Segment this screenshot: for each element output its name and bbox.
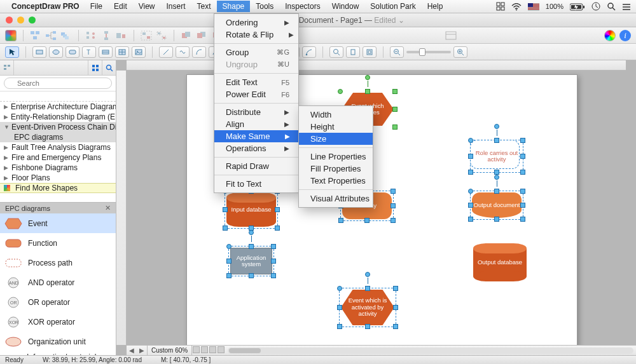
menu-help[interactable]: Help — [422, 1, 449, 12]
tool-image[interactable] — [132, 46, 146, 58]
spotlight-icon[interactable] — [496, 2, 505, 11]
find-more-shapes[interactable]: Find More Shapes — [0, 183, 116, 193]
tool-line[interactable] — [159, 46, 173, 58]
search-menu-icon[interactable] — [607, 2, 616, 11]
title-dropdown-icon[interactable]: ⌄ — [398, 16, 404, 25]
menu-text[interactable]: Text — [191, 1, 217, 12]
mi-size[interactable]: Size — [299, 133, 373, 145]
mi-distribute[interactable]: Distribute▶ — [214, 106, 298, 118]
tb-align-icon[interactable] — [85, 30, 97, 41]
tree-item[interactable]: ▶Fire and Emergency Plans — [0, 152, 116, 163]
tb-ungroup-icon[interactable] — [156, 30, 167, 41]
scroll-right-icon[interactable]: ▶ — [137, 347, 147, 354]
tool-pointer[interactable] — [5, 46, 19, 58]
mi-ordering[interactable]: Ordering▶ — [214, 17, 298, 29]
shape-input-db[interactable]: Input database — [226, 192, 276, 227]
close-window-button[interactable] — [6, 17, 13, 24]
tree-item[interactable]: ▶Floor Plans — [0, 173, 116, 183]
mi-height[interactable]: Height — [299, 121, 373, 133]
menu-edit[interactable]: Edit — [108, 1, 133, 12]
mi-edit-text[interactable]: Edit TextF5 — [214, 76, 298, 88]
panel-search-icon[interactable] — [102, 60, 116, 75]
zoom-in[interactable] — [453, 46, 467, 58]
shape-output-db[interactable]: Output database — [473, 243, 527, 281]
shape-item-event[interactable]: Event — [0, 213, 116, 233]
tree-item[interactable]: ▶Enterprise Architecture Diagrams — [0, 102, 116, 112]
clock-icon[interactable] — [591, 2, 600, 11]
shape-output-doc[interactable]: Output document — [472, 192, 522, 218]
tool-roundrect[interactable] — [66, 46, 80, 58]
tree-item[interactable]: ▼Event-Driven Process Chain Diagrams — [0, 122, 116, 132]
tb-copies-icon[interactable] — [60, 30, 72, 41]
tb-distribute-icon[interactable] — [100, 30, 112, 41]
mi-fill-props[interactable]: Fill Properties — [299, 163, 373, 175]
shape-item-or[interactable]: OR OR operator — [0, 292, 116, 312]
tool-text[interactable]: T — [82, 46, 96, 58]
shape-item-orgunit[interactable]: Organization unit — [0, 332, 116, 351]
panel-grid-view-icon[interactable] — [88, 60, 102, 75]
menu-file[interactable]: File — [85, 1, 108, 12]
tb-tree-icon[interactable] — [45, 30, 57, 41]
shape-item-info[interactable]: Information/ material object — [0, 351, 116, 355]
shape-item-function[interactable]: Function — [0, 233, 116, 253]
hscroll-track[interactable] — [228, 347, 633, 354]
mi-rotateflip[interactable]: Rotate & Flip▶ — [214, 29, 298, 41]
scroll-left-icon[interactable]: ◀ — [127, 347, 137, 354]
tree-item[interactable]: ▶Entity-Relationship Diagram (ERD) — [0, 112, 116, 122]
shape-role[interactable]: Role carries out activity — [472, 142, 522, 171]
mi-align[interactable]: Align▶ — [214, 118, 298, 130]
tb-size-icon[interactable] — [116, 30, 127, 41]
tool-connector-curve[interactable] — [302, 46, 316, 58]
hscroll-thumb[interactable] — [229, 348, 261, 353]
mi-visual-attrs[interactable]: Visual Attributes — [299, 192, 373, 205]
wifi-icon[interactable] — [511, 2, 522, 10]
flag-icon[interactable] — [528, 2, 539, 10]
mi-group[interactable]: Group⌘G — [214, 46, 298, 58]
tb-front-icon[interactable] — [181, 30, 192, 41]
tool-ellipse[interactable] — [49, 46, 63, 58]
tool-block[interactable] — [99, 46, 113, 58]
mi-make-same[interactable]: Make Same▶ — [214, 130, 298, 142]
tb-group-icon[interactable] — [141, 30, 152, 41]
library-header[interactable]: EPC diagrams✕ — [0, 203, 116, 213]
mi-text-props[interactable]: Text Properties — [299, 175, 373, 187]
zoom-page[interactable] — [346, 46, 360, 58]
menu-view[interactable]: View — [133, 1, 161, 12]
tool-table[interactable] — [115, 46, 129, 58]
zoom-fit[interactable] — [329, 46, 343, 58]
tool-section[interactable] — [176, 46, 190, 58]
info-icon[interactable]: i — [619, 30, 631, 41]
menu-insert[interactable]: Insert — [161, 1, 191, 12]
menu-tools[interactable]: Tools — [250, 1, 279, 12]
close-library-icon[interactable]: ✕ — [105, 204, 111, 212]
mi-fit-to-text[interactable]: Fit to Text — [214, 178, 298, 190]
mi-rapid-draw[interactable]: Rapid Draw — [214, 160, 298, 172]
battery-icon[interactable] — [570, 2, 585, 10]
library-search-input[interactable] — [4, 78, 112, 89]
zoom-actual[interactable] — [363, 46, 377, 58]
color-wheel-icon[interactable] — [604, 30, 616, 41]
menu-window[interactable]: Window — [326, 1, 365, 12]
zoom-window-button[interactable] — [29, 17, 36, 24]
tb-back-icon[interactable] — [196, 30, 207, 41]
tree-item[interactable] — [0, 91, 116, 102]
tb-quick-shapes-icon[interactable] — [30, 30, 41, 41]
menu-shape[interactable]: Shape — [217, 1, 251, 12]
panel-tab-icon[interactable] — [0, 60, 14, 75]
shape-item-processpath[interactable]: Process path — [0, 253, 116, 273]
shape-event-bottom[interactable]: Event which is activated by activity — [341, 290, 394, 325]
page-thumbnails[interactable] — [192, 346, 225, 354]
tree-item[interactable]: ▶Fault Tree Analysis Diagrams — [0, 142, 116, 152]
shape-item-and[interactable]: AND AND operator — [0, 273, 116, 292]
minimize-window-button[interactable] — [17, 17, 24, 24]
tb-panel-icon[interactable] — [445, 30, 457, 41]
mi-operations[interactable]: Operations▶ — [214, 142, 298, 154]
tree-item[interactable]: EPC diagrams — [0, 132, 116, 142]
shape-app-system[interactable]: Application system — [230, 248, 272, 274]
mi-line-props[interactable]: Line Properties — [299, 151, 373, 163]
zoom-out[interactable] — [390, 46, 404, 58]
tree-item[interactable]: ▶Fishbone Diagrams — [0, 163, 116, 173]
shape-item-xor[interactable]: XOR XOR operator — [0, 312, 116, 332]
canvas[interactable]: Event which activates Role carries out a… — [116, 60, 636, 355]
zoom-label[interactable]: Custom 60% — [147, 346, 192, 355]
